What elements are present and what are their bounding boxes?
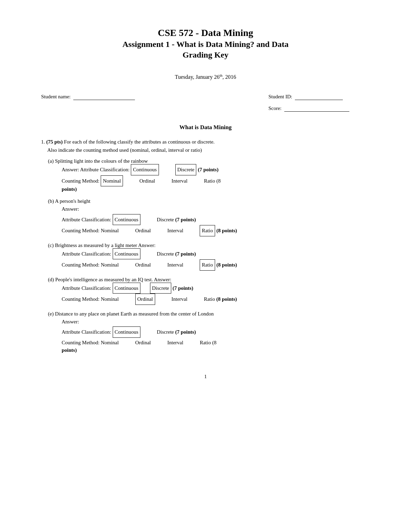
sub-b-classification: Attribute Classification: Continuous Dis…	[62, 214, 370, 225]
sub-a-counting: Counting Method: Nominal Ordinal Interva…	[62, 175, 370, 187]
student-right-fields: Student ID: Score:	[269, 94, 349, 112]
sub-e-counting: Counting Method: Nominal Ordinal Interva…	[62, 338, 370, 348]
student-id-field: Student ID:	[269, 94, 349, 100]
sub-a-points: points)	[62, 186, 77, 192]
sub-e-answer-line1: Answer:	[62, 317, 370, 327]
answer-prefix-b: Answer:	[62, 204, 79, 214]
counting-ratio-d: Ratio (8 points)	[204, 294, 237, 304]
section-title: What is Data Mining	[41, 124, 370, 131]
classification-continuous-b: Continuous	[113, 214, 140, 225]
question-intro: 1. (75 pts) For each of the following cl…	[41, 138, 370, 154]
sub-question-d: (d) People's intelligence as measured by…	[48, 277, 370, 305]
sub-d-counting: Counting Method: Nominal Ordinal Interva…	[62, 294, 370, 305]
classification-discrete-a: Discrete	[175, 164, 197, 175]
score-underline[interactable]	[284, 106, 349, 112]
title-line1: CSE 572 - Data Mining	[41, 27, 370, 38]
counting-interval-d: Interval	[172, 294, 188, 304]
answer-prefix-a: Answer: Attribute Classification:	[62, 165, 129, 175]
student-info-row1: Student name: Student ID: Score:	[41, 94, 370, 112]
score-field: Score:	[269, 106, 349, 112]
counting-ratio-c: Ratio	[200, 259, 215, 271]
counting-prefix-b: Counting Method: Nominal	[62, 226, 119, 236]
sub-a-points-wrap: points)	[62, 186, 370, 192]
counting-prefix-a: Counting Method:	[62, 176, 99, 186]
title-line2: Assignment 1 - What is Data Mining? and …	[41, 40, 370, 49]
student-id-label: Student ID:	[269, 94, 292, 100]
sub-question-b: (b) A person's height Answer: Attribute …	[48, 198, 370, 236]
student-info-section: Student name: Student ID: Score:	[41, 94, 370, 112]
sub-e-points: points)	[62, 347, 77, 353]
question-1: 1. (75 pts) For each of the following cl…	[41, 138, 370, 353]
classification-continuous-e: Continuous	[113, 326, 140, 338]
counting-ordinal-a: Ordinal	[139, 176, 155, 186]
counting-interval-a: Interval	[172, 176, 188, 186]
counting-nominal-a: Nominal	[101, 175, 123, 187]
counting-ratio-a: Ratio (8	[204, 176, 221, 186]
student-name-field: Student name:	[41, 94, 135, 112]
title-line3: Grading Key	[41, 50, 370, 60]
counting-ordinal-e: Ordinal	[135, 338, 151, 348]
sub-question-b-text: (b) A person's height	[48, 198, 370, 204]
counting-points-b: (8 points)	[216, 226, 237, 236]
question-number: 1. (75 pts) For each of the following cl…	[41, 139, 215, 145]
page-header: CSE 572 - Data Mining Assignment 1 - Wha…	[41, 27, 370, 60]
sub-c-classification: Attribute Classification: Continuous Dis…	[62, 248, 370, 260]
sub-a-answer-classification: Answer: Attribute Classification: Contin…	[62, 164, 370, 175]
sub-label-e: (e) Distance to any place on planet Eart…	[48, 311, 214, 317]
sub-label-d: (d) People's intelligence as measured by…	[48, 277, 171, 282]
sub-question-a-text: (a) Splitting light into the colours of …	[48, 158, 370, 164]
counting-ordinal-d: Ordinal	[135, 294, 155, 305]
classification-discrete-d: Discrete	[150, 283, 171, 294]
answer-prefix-e: Answer:	[62, 317, 79, 327]
counting-ordinal-b: Ordinal	[135, 226, 151, 236]
counting-interval-e: Interval	[167, 338, 184, 348]
counting-ordinal-c: Ordinal	[135, 260, 151, 270]
classification-continuous-c: Continuous	[113, 248, 140, 260]
sub-c-counting: Counting Method: Nominal Ordinal Interva…	[62, 259, 370, 271]
class-points-d: (7 points)	[173, 283, 193, 293]
student-name-label: Student name:	[41, 94, 71, 100]
counting-ratio-e: Ratio (8	[200, 338, 216, 348]
sub-question-d-text: (d) People's intelligence as measured by…	[48, 277, 370, 283]
sub-question-a: (a) Splitting light into the colours of …	[48, 158, 370, 192]
class-points-a: (7 points)	[198, 165, 218, 175]
student-name-underline[interactable]	[73, 94, 135, 100]
counting-prefix-e: Counting Method: Nominal	[62, 338, 119, 348]
attr-class-prefix-e: Attribute Classification:	[62, 327, 111, 337]
classification-continuous-d: Continuous	[113, 283, 140, 294]
student-id-underline[interactable]	[295, 94, 343, 100]
classification-discrete-c: Discrete (7 points)	[157, 249, 196, 259]
counting-points-c: (8 points)	[216, 260, 237, 270]
sub-question-e: (e) Distance to any place on planet Eart…	[48, 311, 370, 354]
date-text: Tuesday, January 26th, 2016	[175, 74, 236, 80]
attr-class-prefix-d: Attribute Classification:	[62, 283, 111, 293]
attr-class-prefix-c: Attribute Classification:	[62, 249, 111, 259]
page-number: 1	[41, 374, 370, 380]
classification-continuous-a: Continuous	[131, 164, 159, 175]
counting-ratio-b: Ratio	[200, 225, 215, 236]
sub-question-c-text: (c) Brightness as measured by a light me…	[48, 243, 370, 248]
counting-interval-b: Interval	[167, 226, 184, 236]
sub-b-answer-line1: Answer:	[62, 204, 370, 214]
sub-e-points-wrap: points)	[62, 347, 370, 353]
sub-question-c: (c) Brightness as measured by a light me…	[48, 243, 370, 271]
sub-label-c: (c) Brightness as measured by a light me…	[48, 243, 155, 248]
date-line: Tuesday, January 26th, 2016	[41, 73, 370, 80]
sub-question-e-text: (e) Distance to any place on planet Eart…	[48, 311, 370, 317]
sub-label-a: (a) Splitting light into the colours of …	[48, 158, 148, 164]
sub-b-counting: Counting Method: Nominal Ordinal Interva…	[62, 225, 370, 236]
sub-label-b: (b) A person's height	[48, 198, 90, 204]
classification-discrete-b: Discrete (7 points)	[157, 215, 196, 225]
counting-prefix-c: Counting Method: Nominal	[62, 260, 119, 270]
counting-interval-c: Interval	[167, 260, 184, 270]
question-intro-line2: Also indicate the counting method used (…	[41, 147, 202, 153]
sub-d-classification: Attribute Classification: Continuous Dis…	[62, 283, 370, 294]
sub-e-classification: Attribute Classification: Continuous Dis…	[62, 326, 370, 338]
score-label: Score:	[269, 106, 282, 111]
classification-discrete-e: Discrete (7 points)	[157, 327, 196, 337]
counting-prefix-d: Counting Method: Nominal	[62, 294, 119, 304]
attr-class-prefix-b: Attribute Classification:	[62, 215, 111, 225]
